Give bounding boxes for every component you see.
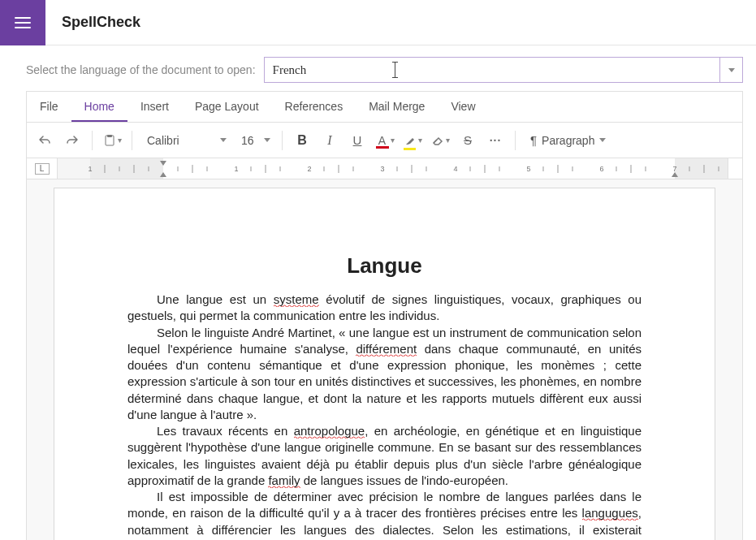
font-size-select[interactable]: 16	[235, 130, 274, 151]
tab-stop-selector[interactable]: L	[27, 158, 58, 179]
paragraph-1: Une langue est un systeme évolutif de si…	[127, 292, 642, 325]
highlighter-icon	[404, 134, 417, 147]
ruler-scrollbar-spacer	[728, 158, 742, 179]
spelling-error[interactable]: systeme	[274, 292, 319, 307]
eraser-icon	[431, 134, 444, 147]
separator	[132, 131, 132, 150]
toolbar: ▾ Calibri 16 B I U A ▾ ▾ ▾ S ···	[27, 123, 742, 158]
document-title: Langue	[127, 253, 642, 279]
first-line-indent-marker	[160, 161, 166, 166]
tab-file[interactable]: File	[35, 92, 71, 122]
text-cursor-icon	[395, 62, 395, 78]
paragraph-button[interactable]: ¶ Paragraph	[524, 129, 612, 152]
hamburger-icon	[13, 13, 32, 32]
separator	[282, 131, 283, 150]
chevron-down-icon	[220, 138, 227, 142]
svg-text:3: 3	[380, 165, 384, 173]
svg-text:7: 7	[672, 165, 676, 173]
svg-text:1: 1	[234, 165, 238, 173]
tab-stop-type: L	[35, 163, 50, 175]
highlight-button[interactable]: ▾	[401, 129, 424, 152]
svg-text:1: 1	[88, 165, 92, 173]
svg-text:4: 4	[453, 165, 457, 173]
highlight-swatch	[404, 148, 416, 150]
svg-rect-1	[107, 135, 112, 137]
pilcrow-icon: ¶	[530, 133, 537, 147]
tab-page-layout[interactable]: Page Layout	[182, 92, 272, 122]
paragraph-2: Selon le linguiste André Martinet, « une…	[127, 325, 642, 424]
tab-view[interactable]: View	[438, 92, 488, 122]
tab-home[interactable]: Home	[71, 92, 127, 122]
hamburger-button[interactable]	[0, 0, 45, 45]
more-formatting-button[interactable]: ···	[484, 129, 507, 152]
chevron-down-icon: ▾	[391, 136, 395, 145]
language-select-input[interactable]: French	[265, 58, 719, 82]
undo-icon	[38, 134, 51, 147]
chevron-down-icon	[264, 138, 270, 142]
bold-button[interactable]: B	[291, 129, 313, 152]
document-page[interactable]: Langue Une langue est un systeme évoluti…	[54, 188, 715, 540]
paragraph-4: Il est impossible de déterminer avec pré…	[127, 489, 642, 540]
spelling-error[interactable]: différement	[356, 342, 417, 356]
chevron-down-icon	[728, 68, 735, 72]
underline-button[interactable]: U	[346, 129, 369, 152]
document-scroll-area[interactable]: Langue Une langue est un systeme évoluti…	[27, 179, 742, 540]
font-color-letter: A	[378, 134, 386, 147]
language-select-dropdown-button[interactable]	[719, 58, 742, 82]
svg-text:6: 6	[599, 165, 603, 173]
font-size-value: 16	[241, 134, 254, 147]
spelling-error[interactable]: langugues	[582, 506, 638, 521]
language-row: Select the language of the document to o…	[0, 45, 756, 91]
spelling-error[interactable]: antropologue	[294, 424, 365, 438]
ruler-row: L	[27, 158, 742, 179]
redo-icon	[66, 134, 79, 147]
ruler-ticks: 1 1 2 3 4 5 6 7	[58, 158, 728, 179]
app-header: SpellCheck	[0, 0, 756, 45]
paragraph-3: Les travaux récents en antropologue, en …	[127, 423, 642, 489]
chevron-down-icon	[599, 138, 606, 142]
strikethrough-button[interactable]: S	[456, 129, 479, 152]
spelling-error[interactable]: family	[268, 473, 300, 488]
app-title: SpellCheck	[62, 14, 140, 31]
chevron-down-icon: ▾	[418, 136, 422, 145]
editor-shell: File Home Insert Page Layout References …	[26, 91, 743, 540]
chevron-down-icon: ▾	[446, 136, 450, 145]
undo-button[interactable]	[33, 129, 56, 152]
font-family-select[interactable]: Calibri	[140, 130, 230, 151]
chevron-down-icon: ▾	[118, 136, 122, 145]
font-color-swatch	[376, 146, 389, 149]
separator	[515, 131, 516, 150]
paragraph-label: Paragraph	[542, 134, 594, 147]
language-value: French	[273, 63, 307, 77]
horizontal-ruler[interactable]: 1 1 2 3 4 5 6 7	[58, 158, 728, 179]
tab-mail-merge[interactable]: Mail Merge	[356, 92, 438, 122]
redo-button[interactable]	[61, 129, 84, 152]
language-select[interactable]: French	[264, 57, 743, 83]
italic-button[interactable]: I	[318, 129, 341, 152]
separator	[92, 131, 93, 150]
ribbon-tabs: File Home Insert Page Layout References …	[27, 92, 742, 123]
clipboard-icon	[103, 134, 116, 147]
language-label: Select the language of the document to o…	[26, 63, 256, 76]
tab-references[interactable]: References	[272, 92, 356, 122]
font-color-button[interactable]: A ▾	[374, 129, 396, 152]
left-indent-marker	[160, 172, 166, 177]
tab-insert[interactable]: Insert	[127, 92, 182, 122]
clear-formatting-button[interactable]: ▾	[429, 129, 451, 152]
svg-text:2: 2	[307, 165, 311, 173]
font-family-value: Calibri	[147, 134, 179, 147]
svg-text:5: 5	[526, 165, 530, 173]
paste-button[interactable]: ▾	[101, 129, 123, 152]
